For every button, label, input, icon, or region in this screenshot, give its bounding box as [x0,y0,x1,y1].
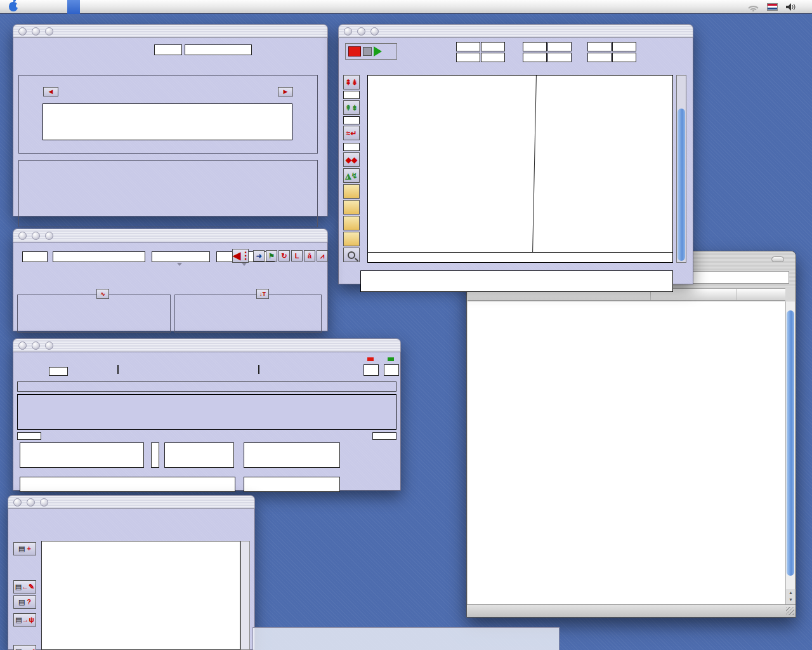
sample-files-titlebar[interactable] [8,495,255,509]
sel-field-2[interactable] [481,53,505,62]
file-info-button[interactable]: ▤ ? [13,595,36,609]
marker-1-button[interactable] [343,184,360,199]
close-button[interactable] [18,27,27,36]
sel-field-6[interactable] [612,53,636,62]
zoom-field-6[interactable] [612,42,636,51]
search-field[interactable] [683,271,789,284]
layer-next-button[interactable]: ► [278,87,293,96]
sel-field-4[interactable] [547,53,572,62]
zoom-field-1[interactable] [456,42,480,51]
marker-4-button[interactable] [343,232,360,246]
gain2-field[interactable] [343,116,360,124]
zoom-tool-icon[interactable] [343,248,360,262]
status-window [13,338,401,491]
zoom-button[interactable] [40,498,48,507]
marker-2-button[interactable] [343,200,360,215]
amplify-down-tool-icon[interactable]: ⇞⇟ [343,100,360,115]
flag-menu-icon[interactable] [767,3,778,11]
amplify-up-tool-icon[interactable]: ⇞⇟ [343,75,360,90]
toolbar-toggle-button[interactable] [771,256,784,262]
minimize-button[interactable] [27,498,35,507]
close-button[interactable] [18,232,27,240]
minimize-button[interactable] [357,27,365,36]
loop-icon[interactable]: ↻ [278,250,290,262]
zoom-button[interactable] [45,342,53,350]
menu-capture[interactable] [67,0,80,14]
red-flag-icon [367,357,374,361]
add-file-button[interactable]: ▤ + [13,542,36,555]
gain1-field[interactable] [343,91,360,99]
scrollbar-arrows[interactable]: ▲▼ [786,589,796,604]
waveform-display[interactable] [367,75,673,263]
zone-name-field[interactable] [53,251,145,262]
apple-menu-icon[interactable] [9,2,18,11]
volume-icon[interactable] [785,3,797,11]
status-titlebar[interactable] [13,338,401,352]
scrollbar-thumb[interactable] [678,109,685,261]
stop-button[interactable] [363,47,372,56]
play-button[interactable] [374,46,382,56]
marker-3-button[interactable] [343,216,360,230]
window-controls[interactable] [18,232,53,240]
zoom-field-4[interactable] [547,42,572,51]
sel-field-3[interactable] [523,53,547,62]
sample-editor-titlebar[interactable] [338,24,693,38]
window-controls[interactable] [344,27,379,36]
zoom-field-3[interactable] [523,42,547,51]
sel-field-5[interactable] [587,53,612,62]
menu-app-name[interactable] [29,0,42,14]
piano-keyboard[interactable] [43,103,292,140]
window-controls[interactable] [18,27,53,36]
forward-play-icon[interactable]: ➜ [253,250,265,262]
zoom-field-2[interactable] [481,42,505,51]
sel-field-1[interactable] [456,53,480,62]
move-tool-icon[interactable]: ≈↵ [343,126,360,140]
l-mode-icon[interactable]: L [291,250,303,262]
minimize-button[interactable] [32,342,40,350]
test01-titlebar[interactable] [13,24,328,38]
zone-number-field[interactable] [22,251,48,262]
menu-file[interactable] [42,0,55,14]
close-button[interactable] [18,342,27,350]
start-flag-icon[interactable]: ⚑ [266,250,277,262]
treatment-icon[interactable]: ↓T [256,289,269,299]
zoom-field-5[interactable] [587,42,612,51]
output-select[interactable] [152,251,210,262]
fade-tool-icon[interactable]: ◮↯ [343,168,360,183]
minimize-button[interactable] [32,27,40,36]
zone-mode-buttons: ➜ ⚑ ↻ L å ⩘ [253,250,328,262]
window-resize-grip[interactable] [786,607,794,615]
close-button[interactable] [13,498,22,507]
minimize-button[interactable] [32,232,40,240]
lock-icon[interactable]: å [304,250,315,262]
preset-name-field[interactable] [185,44,252,55]
window-controls[interactable] [18,342,53,350]
close-button[interactable] [344,27,352,36]
column-header-size[interactable] [737,289,785,300]
level-field[interactable] [343,143,360,151]
delete-file-button[interactable]: ▤→ψ [13,613,36,627]
play-zone-button[interactable]: ◀⋮ [232,249,249,263]
normalize-tool-icon[interactable]: ◆◆ [343,152,360,167]
menu-window[interactable] [80,0,93,14]
wifi-icon[interactable] [747,3,759,11]
menu-edit[interactable] [55,0,67,14]
layer-prev-button[interactable]: ◄ [43,87,58,96]
waveform-scrollbar[interactable] [676,75,686,263]
zoom-button[interactable] [45,27,53,36]
menu-help[interactable] [93,0,105,14]
envelope-icon[interactable]: ⩘ [317,250,328,262]
sample-files-scrollbar[interactable] [240,541,250,650]
preset-number-field[interactable] [154,44,182,55]
region-wave-icon[interactable]: ∿ [96,289,109,299]
finder-scrollbar[interactable]: ▲▼ [785,302,795,604]
audition-file-button[interactable]: ▤→◁ [13,645,36,650]
edit-file-button[interactable]: ▤←✎ [13,580,36,594]
window-controls[interactable] [13,498,48,507]
zoom-button[interactable] [370,27,379,36]
zone-editor-titlebar[interactable] [13,229,328,242]
overview-waveform[interactable] [360,270,673,292]
zoom-button[interactable] [45,232,53,240]
scrollbar-thumb[interactable] [787,310,794,576]
record-button[interactable] [348,46,361,56]
